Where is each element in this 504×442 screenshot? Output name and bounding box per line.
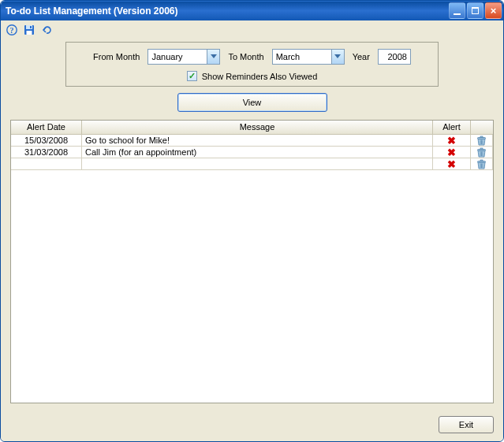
- exit-button-label: Exit: [459, 420, 473, 429]
- cell-alert[interactable]: ✖: [433, 135, 471, 147]
- content-area: From Month January To Month March Year: [1, 39, 503, 411]
- svg-rect-17: [480, 160, 483, 162]
- filter-group: From Month January To Month March Year: [65, 42, 439, 87]
- svg-rect-7: [480, 136, 483, 138]
- cell-alert[interactable]: ✖: [433, 158, 471, 170]
- check-mark-icon: ✓: [189, 72, 196, 80]
- column-header-alert[interactable]: Alert: [433, 121, 471, 134]
- toolbar: ?: [1, 20, 503, 39]
- svg-text:?: ?: [10, 25, 14, 34]
- chevron-down-icon: [331, 50, 344, 64]
- column-header-date[interactable]: Alert Date: [11, 121, 82, 134]
- trash-icon: [474, 158, 489, 169]
- cell-alert[interactable]: ✖: [433, 147, 471, 158]
- view-button-label: View: [243, 98, 262, 107]
- table-row[interactable]: ✖: [11, 158, 493, 170]
- table-row[interactable]: 31/03/2008 Call Jim (for an appointment)…: [11, 147, 493, 158]
- footer: Exit: [1, 411, 503, 441]
- cell-delete[interactable]: [471, 135, 493, 147]
- grid-header: Alert Date Message Alert: [11, 121, 493, 135]
- column-header-actions: [471, 121, 493, 134]
- view-button[interactable]: View: [177, 93, 327, 112]
- exit-button[interactable]: Exit: [439, 416, 494, 433]
- cell-message: Go to school for Mike!: [82, 135, 433, 147]
- to-month-select[interactable]: March: [272, 49, 345, 65]
- minimize-button[interactable]: [449, 2, 465, 19]
- svg-rect-5: [30, 26, 32, 28]
- window-frame: To-do List Management (Version 2006) × ?…: [0, 0, 504, 442]
- close-button[interactable]: ×: [485, 2, 502, 19]
- grid-body: 15/03/2008 Go to school for Mike! ✖ 31/0…: [11, 135, 493, 403]
- checkbox-row: ✓ Show Reminders Also Viewed: [74, 71, 430, 81]
- from-month-value: January: [148, 52, 207, 61]
- maximize-button[interactable]: [467, 2, 483, 19]
- undo-icon[interactable]: [40, 24, 53, 36]
- from-month-select[interactable]: January: [147, 49, 220, 65]
- cell-message: Call Jim (for an appointment): [82, 147, 433, 158]
- cell-delete[interactable]: [471, 147, 493, 158]
- from-month-label: From Month: [93, 52, 140, 61]
- checkbox-label: Show Reminders Also Viewed: [202, 72, 318, 81]
- x-icon: ✖: [447, 159, 456, 169]
- filter-row: From Month January To Month March Year: [74, 49, 430, 65]
- svg-rect-4: [27, 31, 32, 35]
- help-icon[interactable]: ?: [6, 24, 18, 36]
- trash-icon: [474, 135, 489, 146]
- column-header-message[interactable]: Message: [82, 121, 433, 134]
- x-icon: ✖: [447, 147, 456, 158]
- cell-delete[interactable]: [471, 158, 493, 170]
- cell-date: 31/03/2008: [11, 147, 82, 158]
- to-month-value: March: [273, 52, 331, 61]
- to-month-label: To Month: [228, 52, 263, 61]
- year-label: Year: [353, 52, 370, 61]
- trash-icon: [474, 147, 489, 158]
- svg-rect-12: [480, 148, 483, 150]
- view-button-wrap: View: [10, 93, 494, 112]
- x-icon: ✖: [447, 136, 456, 146]
- cell-date: 15/03/2008: [11, 135, 82, 147]
- titlebar: To-do List Management (Version 2006) ×: [1, 1, 503, 20]
- year-input[interactable]: [378, 49, 411, 65]
- data-grid: Alert Date Message Alert 15/03/2008 Go t…: [10, 120, 494, 403]
- table-row[interactable]: 15/03/2008 Go to school for Mike! ✖: [11, 135, 493, 147]
- chevron-down-icon: [207, 50, 219, 64]
- save-icon[interactable]: [23, 24, 35, 36]
- window-title: To-do List Management (Version 2006): [6, 6, 447, 17]
- show-reminders-checkbox[interactable]: ✓: [187, 71, 197, 81]
- cell-message: [82, 158, 433, 170]
- cell-date: [11, 158, 82, 170]
